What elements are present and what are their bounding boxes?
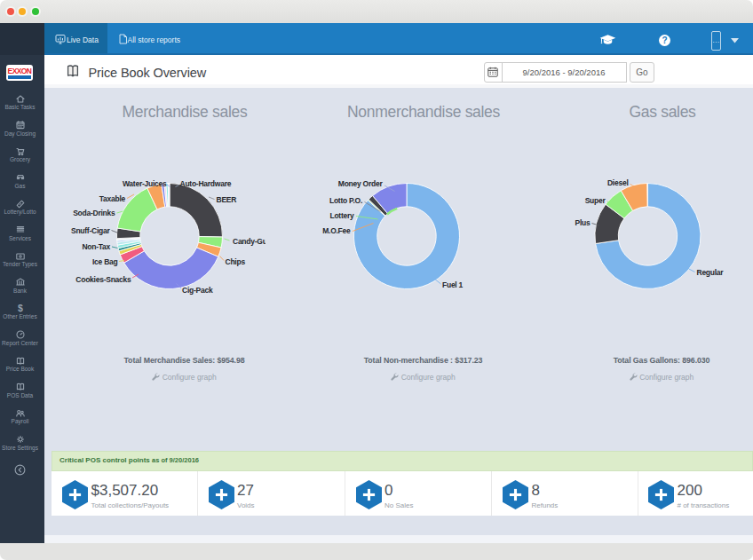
svg-text:$: $ (18, 303, 23, 313)
